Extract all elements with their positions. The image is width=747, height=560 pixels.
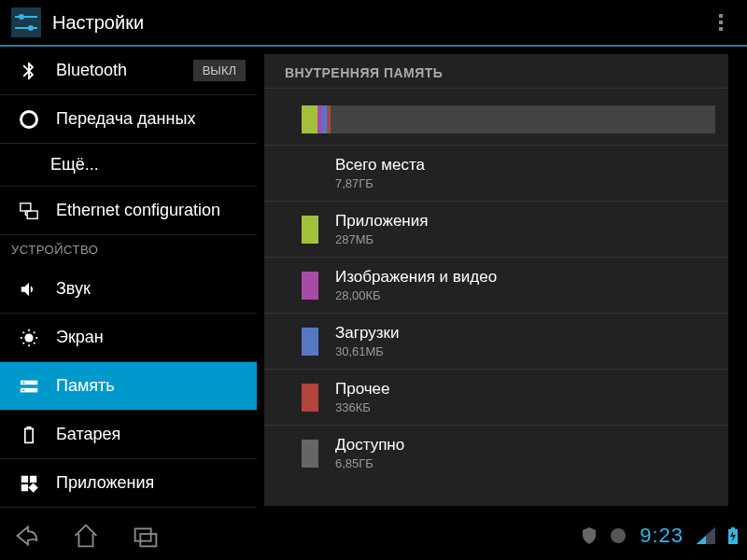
svg-rect-18 [21, 483, 28, 490]
page-title: Настройки [52, 12, 706, 34]
svg-rect-14 [25, 428, 33, 442]
svg-rect-5 [21, 203, 31, 210]
sync-icon [610, 527, 627, 544]
storage-row-title: Прочее [335, 380, 390, 399]
storage-color-swatch [302, 440, 318, 468]
storage-row-value: 6,85ГБ [335, 456, 404, 470]
svg-rect-1 [15, 16, 37, 18]
storage-bar-segment [302, 105, 317, 133]
sidebar-item-ethernet[interactable]: Ethernet configuration [0, 187, 257, 235]
sidebar-item-label: Ethernet configuration [56, 201, 220, 220]
storage-color-swatch [302, 272, 318, 300]
svg-point-22 [611, 528, 626, 543]
sidebar-item-label: Звук [56, 279, 91, 299]
shield-icon [582, 527, 597, 544]
storage-row[interactable]: Доступно6,85ГБ [264, 425, 728, 481]
storage-row[interactable]: Загрузки30,61МБ [264, 313, 728, 369]
svg-rect-6 [27, 211, 37, 218]
sidebar-item-data-usage[interactable]: Передача данных [0, 95, 257, 144]
svg-point-13 [23, 389, 25, 391]
sidebar-item-battery[interactable]: Батарея [0, 411, 257, 459]
storage-color-swatch [302, 384, 318, 412]
settings-sidebar: Bluetooth ВЫКЛ Передача данных Ещё... Et… [0, 47, 257, 513]
ethernet-icon [17, 199, 41, 223]
storage-row-title: Всего места [335, 156, 425, 175]
sidebar-item-more[interactable]: Ещё... [0, 144, 257, 187]
bluetooth-icon [17, 59, 41, 83]
app-header: Настройки [0, 0, 747, 47]
data-usage-icon [17, 107, 41, 132]
storage-color-swatch [302, 328, 318, 356]
storage-row-value: 287МБ [335, 232, 428, 246]
panel-title: ВНУТРЕННЯЯ ПАМЯТЬ [264, 54, 728, 89]
bluetooth-toggle[interactable]: ВЫКЛ [193, 60, 246, 81]
svg-point-2 [19, 14, 24, 20]
section-header-device: УСТРОЙСТВО [0, 235, 257, 265]
sidebar-item-apps[interactable]: Приложения [0, 459, 257, 508]
sound-icon [17, 277, 41, 301]
content-area: Bluetooth ВЫКЛ Передача данных Ещё... Et… [0, 47, 747, 513]
apps-icon [17, 471, 41, 496]
sidebar-item-storage[interactable]: Память [0, 362, 257, 411]
back-button[interactable] [9, 519, 43, 553]
clock: 9:23 [640, 524, 684, 548]
svg-rect-21 [140, 534, 156, 546]
home-button[interactable] [69, 519, 103, 553]
svg-point-4 [28, 25, 34, 31]
storage-row-title: Загрузки [335, 324, 399, 343]
storage-color-swatch [302, 160, 318, 188]
sidebar-item-label: Экран [56, 328, 104, 347]
svg-rect-15 [27, 427, 30, 428]
storage-row-value: 30,61МБ [335, 344, 399, 358]
storage-row[interactable]: Приложения287МБ [264, 201, 728, 257]
svg-rect-19 [28, 483, 37, 492]
storage-row[interactable]: Прочее336КБ [264, 369, 728, 425]
status-bar[interactable]: 9:23 [582, 524, 738, 548]
storage-row[interactable]: Всего места7,87ГБ [264, 145, 728, 201]
sidebar-item-label: Батарея [56, 425, 120, 444]
battery-status-icon [728, 527, 738, 544]
storage-icon [17, 374, 41, 399]
svg-rect-24 [731, 527, 735, 529]
display-icon [17, 326, 41, 350]
sidebar-item-label: Ещё... [50, 155, 99, 175]
system-navbar: 9:23 [0, 513, 747, 558]
svg-point-12 [23, 381, 25, 383]
settings-icon [11, 7, 41, 37]
svg-rect-16 [21, 475, 28, 482]
sidebar-item-display[interactable]: Экран [0, 314, 257, 362]
storage-usage-bar[interactable] [302, 105, 715, 133]
svg-rect-3 [15, 27, 37, 29]
svg-rect-17 [30, 475, 36, 482]
storage-panel: ВНУТРЕННЯЯ ПАМЯТЬ Всего места7,87ГБПрило… [264, 54, 728, 506]
sidebar-item-bluetooth[interactable]: Bluetooth ВЫКЛ [0, 47, 257, 95]
sidebar-item-label: Передача данных [56, 109, 195, 129]
svg-point-9 [24, 333, 33, 342]
sidebar-item-label: Память [56, 376, 115, 396]
storage-row[interactable]: Изображения и видео28,00КБ [264, 257, 728, 313]
storage-bar-segment [327, 105, 331, 133]
storage-row-title: Изображения и видео [335, 268, 497, 287]
storage-row-title: Приложения [335, 212, 428, 231]
battery-icon [17, 423, 41, 447]
storage-row-value: 7,87ГБ [335, 176, 425, 190]
sidebar-item-label: Bluetooth [56, 61, 127, 80]
overflow-menu-icon[interactable] [706, 14, 736, 31]
storage-row-title: Доступно [335, 436, 404, 455]
storage-row-value: 28,00КБ [335, 288, 497, 302]
storage-row-value: 336КБ [335, 400, 390, 414]
signal-icon [697, 527, 715, 544]
sidebar-item-label: Приложения [56, 473, 154, 493]
svg-rect-0 [11, 7, 41, 37]
recent-apps-button[interactable] [129, 519, 162, 553]
storage-color-swatch [302, 216, 318, 244]
sidebar-item-sound[interactable]: Звук [0, 265, 257, 314]
